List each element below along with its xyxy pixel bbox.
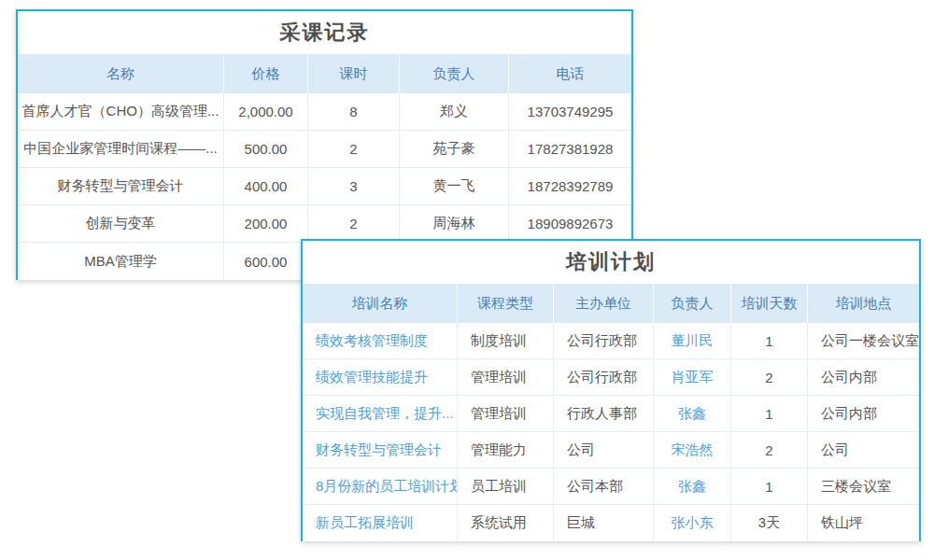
price-cell: 2,000.00 xyxy=(224,93,308,130)
purchase-header-price: 价格 xyxy=(224,54,308,93)
owner-link[interactable]: 张鑫 xyxy=(678,405,706,423)
course-name-cell: 中国企业家管理时间课程——... xyxy=(18,131,224,167)
course-type-cell: 制度培训 xyxy=(458,323,554,358)
hours-cell: 2 xyxy=(308,205,400,242)
phone-cell: 18728392789 xyxy=(509,168,631,204)
owner-cell: 张鑫 xyxy=(654,396,731,431)
training-header-org: 主办单位 xyxy=(554,284,654,323)
place-cell: 铁山坪 xyxy=(808,505,919,541)
table-row: 创新与变革 200.00 2 周海林 18909892673 xyxy=(18,205,631,243)
place-cell: 三楼会议室 xyxy=(808,469,919,504)
days-cell: 3天 xyxy=(731,505,808,541)
training-name-link[interactable]: 绩效管理技能提升 xyxy=(316,369,428,386)
price-cell: 200.00 xyxy=(224,205,308,242)
training-name-cell: 绩效考核管理制度 xyxy=(303,323,458,358)
place-cell: 公司内部 xyxy=(808,396,919,431)
price-cell: 500.00 xyxy=(224,131,308,167)
organizer-cell: 公司行政部 xyxy=(554,323,654,358)
purchase-header-name: 名称 xyxy=(18,54,224,93)
hours-cell: 3 xyxy=(308,168,400,204)
training-name-cell: 8月份新的员工培训计划 xyxy=(303,469,458,504)
course-name-cell: 创新与变革 xyxy=(18,205,224,242)
course-type-cell: 员工培训 xyxy=(458,469,554,504)
table-row: 首席人才官（CHO）高级管理... 2,000.00 8 郑义 13703749… xyxy=(18,93,631,131)
place-cell: 公司内部 xyxy=(808,359,919,395)
days-cell: 1 xyxy=(731,323,808,358)
training-name-cell: 绩效管理技能提升 xyxy=(303,359,458,395)
page: 采课记录 名称 价格 课时 负责人 电话 首席人才官（CHO）高级管理... 2… xyxy=(0,0,934,560)
training-header-days: 培训天数 xyxy=(731,284,808,323)
owner-cell: 张小东 xyxy=(654,505,731,541)
owner-link[interactable]: 肖亚军 xyxy=(672,369,714,386)
owner-link[interactable]: 张小东 xyxy=(672,514,714,532)
table-row: 绩效管理技能提升 管理培训 公司行政部 肖亚军 2 公司内部 xyxy=(303,359,919,396)
training-header-owner: 负责人 xyxy=(654,284,731,323)
price-cell: 600.00 xyxy=(224,243,308,280)
table-row: 实现自我管理，提升... 管理培训 行政人事部 张鑫 1 公司内部 xyxy=(303,396,919,432)
phone-cell: 18909892673 xyxy=(509,205,631,242)
hours-cell: 8 xyxy=(308,93,400,130)
training-name-cell: 实现自我管理，提升... xyxy=(303,396,458,431)
organizer-cell: 公司本部 xyxy=(554,469,654,504)
hours-cell: 2 xyxy=(308,131,400,167)
purchase-header-hours: 课时 xyxy=(308,54,400,93)
purchase-table-header-row: 名称 价格 课时 负责人 电话 xyxy=(18,54,631,93)
course-name-cell: 财务转型与管理会计 xyxy=(18,168,224,204)
training-name-link[interactable]: 实现自我管理，提升... xyxy=(316,405,454,423)
course-type-cell: 系统试用 xyxy=(458,505,554,541)
training-name-link[interactable]: 财务转型与管理会计 xyxy=(316,441,442,459)
owner-cell: 黄一飞 xyxy=(400,168,509,204)
training-header-type: 课程类型 xyxy=(458,284,554,323)
course-type-cell: 管理能力 xyxy=(458,432,554,468)
purchase-header-owner: 负责人 xyxy=(400,54,509,93)
table-row: 中国企业家管理时间课程——... 500.00 2 苑子豪 1782738192… xyxy=(18,131,631,168)
training-table-header-row: 培训名称 课程类型 主办单位 负责人 培训天数 培训地点 xyxy=(303,284,919,323)
owner-cell: 郑义 xyxy=(400,93,509,130)
owner-cell: 苑子豪 xyxy=(400,131,509,167)
table-row: 财务转型与管理会计 400.00 3 黄一飞 18728392789 xyxy=(18,168,631,205)
course-name-cell: 首席人才官（CHO）高级管理... xyxy=(18,93,224,130)
training-name-cell: 财务转型与管理会计 xyxy=(303,432,458,468)
course-type-cell: 管理培训 xyxy=(458,396,554,431)
organizer-cell: 公司 xyxy=(554,432,654,468)
owner-cell: 张鑫 xyxy=(654,469,731,504)
training-plan-card: 培训计划 培训名称 课程类型 主办单位 负责人 培训天数 培训地点 绩效考核管理… xyxy=(301,239,921,541)
training-plan-title: 培训计划 xyxy=(303,241,919,284)
phone-cell: 17827381928 xyxy=(509,131,631,167)
price-cell: 400.00 xyxy=(224,168,308,204)
organizer-cell: 巨城 xyxy=(554,505,654,541)
training-name-link[interactable]: 8月份新的员工培训计划 xyxy=(316,478,458,496)
course-type-cell: 管理培训 xyxy=(458,359,554,395)
purchase-records-title: 采课记录 xyxy=(18,11,631,54)
table-row: 8月份新的员工培训计划 员工培训 公司本部 张鑫 1 三楼会议室 xyxy=(303,469,919,505)
training-name-link[interactable]: 新员工拓展培训 xyxy=(316,514,414,532)
owner-link[interactable]: 张鑫 xyxy=(678,478,706,496)
days-cell: 1 xyxy=(731,469,808,504)
place-cell: 公司一楼会议室 xyxy=(808,323,919,358)
organizer-cell: 公司行政部 xyxy=(554,359,654,395)
owner-cell: 周海林 xyxy=(400,205,509,242)
table-row: 绩效考核管理制度 制度培训 公司行政部 董川民 1 公司一楼会议室 xyxy=(303,323,919,359)
table-row: 新员工拓展培训 系统试用 巨城 张小东 3天 铁山坪 xyxy=(303,505,919,541)
days-cell: 2 xyxy=(731,359,808,395)
owner-cell: 肖亚军 xyxy=(654,359,731,395)
training-header-name: 培训名称 xyxy=(303,284,458,323)
owner-cell: 董川民 xyxy=(654,323,731,358)
table-row: 财务转型与管理会计 管理能力 公司 宋浩然 2 公司 xyxy=(303,432,919,469)
owner-link[interactable]: 董川民 xyxy=(672,332,714,350)
days-cell: 1 xyxy=(731,396,808,431)
purchase-header-phone: 电话 xyxy=(509,54,631,93)
place-cell: 公司 xyxy=(808,432,919,468)
training-name-cell: 新员工拓展培训 xyxy=(303,505,458,541)
phone-cell: 13703749295 xyxy=(509,93,631,130)
course-name-cell: MBA管理学 xyxy=(18,243,224,280)
owner-link[interactable]: 宋浩然 xyxy=(672,441,714,459)
owner-cell: 宋浩然 xyxy=(654,432,731,468)
training-name-link[interactable]: 绩效考核管理制度 xyxy=(316,332,428,350)
organizer-cell: 行政人事部 xyxy=(554,396,654,431)
days-cell: 2 xyxy=(731,432,808,468)
training-header-place: 培训地点 xyxy=(808,284,919,323)
